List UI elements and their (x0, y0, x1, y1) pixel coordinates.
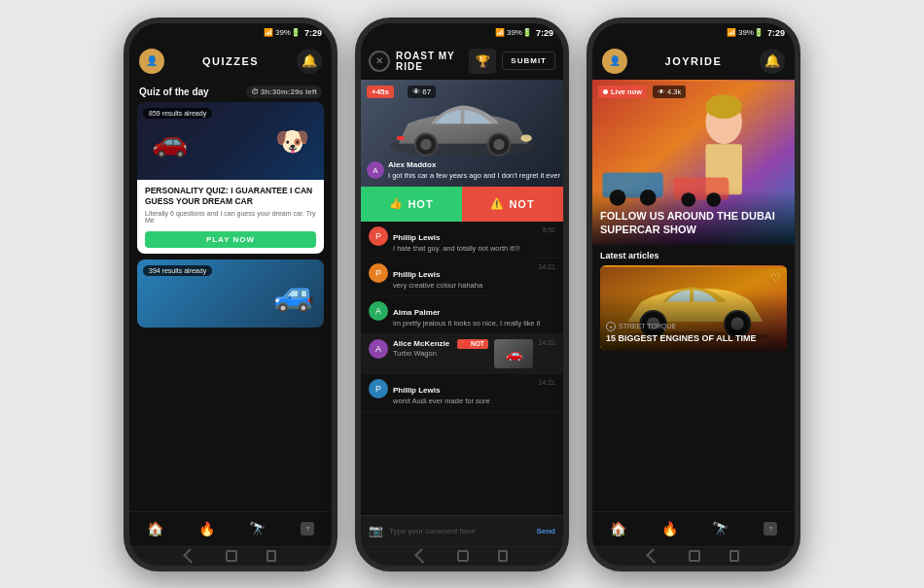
play-now-button[interactable]: PLAY NOW (145, 231, 316, 248)
hero-title: FOLLOW US AROUND THE DUBAI SUPERCAR SHOW (592, 190, 795, 245)
live-dot (603, 89, 608, 94)
comment-placeholder[interactable]: Type your comment here (389, 527, 530, 536)
content-1: Quiz of the day ⏱ 3h:30m:29s left 🐶 859 … (129, 80, 332, 511)
recents-button-3[interactable] (729, 550, 739, 562)
submit-button[interactable]: SUBMIT (502, 52, 555, 70)
comment-body: Phillip Lewis very creative colour hahah… (393, 263, 533, 291)
quiz-card-img-1: 🐶 859 results already (137, 102, 324, 180)
bell-icon-1[interactable]: 🔔 (297, 49, 322, 74)
source-dot-icon: ● (606, 322, 616, 331)
not-label: NOT (509, 198, 534, 210)
hot-button[interactable]: 👍 HOT (361, 187, 462, 222)
nav-fire-1[interactable]: 🔥 (198, 521, 215, 536)
quiz-badge-icon: ? (301, 522, 314, 536)
article-overlay: ● STREET TORQUE 15 BIGGEST ENGINES OF AL… (600, 265, 787, 351)
nav-quiz-1[interactable]: ? (301, 522, 314, 536)
send-button[interactable]: Send (536, 527, 555, 536)
car-user-text: Alex Maddox I got this car a few years a… (388, 160, 560, 180)
vote-buttons: 👍 HOT ⚠️ NOT (361, 187, 563, 222)
svg-point-4 (493, 139, 504, 150)
comment-body: Alice McKenzie 🔴 NOT Turbo Wagon (393, 339, 489, 359)
car-user-avatar: A (367, 161, 384, 179)
results-badge-2: 394 results already (143, 265, 212, 276)
nav-title-1: QUIZZES (202, 55, 259, 67)
status-bar-1: 📶 39%🔋 7:29 (129, 23, 332, 43)
views-badge: 👁 67 (408, 86, 436, 98)
phone-2: 📶 39%🔋 7:29 ✕ ROAST MY RIDE 🏆 SUBMIT (355, 17, 569, 571)
not-icon: ⚠️ (490, 197, 505, 210)
phone-1: 📶 39%🔋 7:29 👤 QUIZZES 🔔 Quiz of the day … (124, 17, 338, 571)
car-user-comment: I got this car a few years ago and I don… (388, 171, 560, 180)
nav-quiz-3[interactable]: ? (764, 522, 777, 536)
home-button-1[interactable] (226, 550, 237, 562)
nav-home-1[interactable]: 🏠 (147, 521, 163, 536)
bottom-nav-3: 🏠 🔥 🔭 ? (592, 511, 795, 546)
comment-input-area: 📷 Type your comment here Send (361, 515, 563, 546)
comment-text: I hate that guy. and totally not worth i… (393, 244, 537, 254)
comment-text: im pretty jealous it looks so nice, I re… (393, 319, 555, 329)
quiz-badge-icon-3: ? (764, 522, 777, 536)
comment-avatar: A (369, 301, 388, 321)
avatar-1[interactable]: 👤 (139, 49, 164, 74)
article-card[interactable]: ● STREET TORQUE 15 BIGGEST ENGINES OF AL… (600, 265, 787, 351)
comment-name: Alma Palmer (393, 308, 440, 317)
comment-item: A Alma Palmer im pretty jealous it looks… (361, 296, 563, 334)
comment-time: 14:21 (538, 339, 555, 346)
quiz-card-1[interactable]: 🐶 859 results already PERSONALITY QUIZ: … (137, 102, 324, 254)
home-button-2[interactable] (457, 550, 469, 562)
nav-fire-3[interactable]: 🔥 (661, 521, 678, 536)
system-nav-1 (129, 546, 332, 566)
results-badge-1: 859 results already (143, 108, 212, 119)
trophy-button[interactable]: 🏆 (469, 49, 496, 74)
car-user-name: Alex Maddox (388, 160, 436, 169)
comment-time: 14:21 (538, 263, 555, 270)
back-button-3[interactable] (646, 548, 661, 564)
avatar-3[interactable]: 👤 (602, 49, 627, 74)
articles-section: Latest articles (592, 245, 795, 511)
not-badge: 🔴 NOT (457, 339, 488, 349)
nav-search-3[interactable]: 🔭 (712, 521, 729, 536)
comment-name: Alice McKenzie (393, 339, 449, 348)
comment-item: P Phillip Lewis I hate that guy. and tot… (361, 222, 563, 259)
home-button-3[interactable] (689, 550, 700, 562)
heart-icon[interactable]: ♡ (770, 271, 781, 285)
trophy-icon: 🏆 (476, 54, 490, 68)
comment-item: P Phillip Lewis very creative colour hah… (361, 259, 563, 296)
timer-badge: ⏱ 3h:30m:29s left (246, 86, 322, 98)
comment-time: 14:21 (538, 379, 555, 386)
hero-image: Live now 👁 4.3k FOLLOW US AROUND THE DUB… (592, 80, 795, 245)
articles-label: Latest articles (600, 251, 787, 260)
status-bar-3: 📶 39%🔋 7:29 (592, 23, 795, 43)
comment-car-thumb: 🚗 (494, 339, 533, 368)
quiz-card-2[interactable]: 🚙 394 results already (137, 259, 324, 328)
recents-button-2[interactable] (498, 550, 508, 562)
close-button[interactable]: ✕ (369, 51, 390, 72)
comment-avatar: P (369, 379, 388, 398)
comment-text: Turbo Wagon (393, 349, 489, 359)
comment-item: P Phillip Lewis worst Audi ever made for… (361, 374, 563, 412)
svg-point-10 (705, 94, 741, 119)
comment-time: 9:52 (542, 226, 555, 233)
views-count: 👁 4.3k (653, 86, 686, 98)
article-source-label: STREET TORQUE (619, 323, 676, 329)
bell-icon-3[interactable]: 🔔 (760, 49, 785, 74)
time-3: 7:29 (767, 28, 785, 38)
close-icon: ✕ (375, 55, 383, 66)
quiz-card-body: PERSONALITY QUIZ: I GUARANTEE I CAN GUES… (137, 180, 324, 254)
joyride-content: Live now 👁 4.3k FOLLOW US AROUND THE DUB… (592, 80, 795, 511)
comment-body: Phillip Lewis I hate that guy. and total… (393, 226, 537, 254)
time-badge: +45s (367, 86, 394, 98)
time-2: 7:29 (536, 28, 553, 38)
back-button-2[interactable] (414, 548, 430, 564)
nav-search-1[interactable]: 🔭 (249, 521, 266, 536)
status-bar-2: 📶 39%🔋 7:29 (361, 23, 563, 43)
status-icons-1: 📶 39%🔋 (264, 28, 301, 37)
back-button-1[interactable] (183, 548, 198, 564)
svg-point-2 (420, 139, 431, 150)
quiz-subtitle: Literally 6 questions and I can guess yo… (145, 210, 316, 224)
nav-home-3[interactable]: 🏠 (610, 521, 626, 536)
svg-rect-6 (397, 136, 405, 140)
not-button[interactable]: ⚠️ NOT (462, 187, 563, 222)
recents-button-1[interactable] (267, 550, 276, 562)
top-nav-1: 👤 QUIZZES 🔔 (129, 43, 332, 80)
